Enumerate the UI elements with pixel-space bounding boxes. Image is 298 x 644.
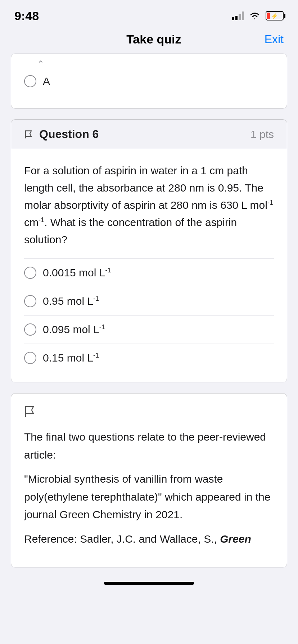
question-6-card: Question 6 1 pts For a solution of aspir… <box>11 119 287 382</box>
exit-button[interactable]: Exit <box>265 33 284 46</box>
radio-button-q6d[interactable] <box>24 352 36 364</box>
question-body: For a solution of aspirin in water in a … <box>11 149 287 382</box>
question-points: 1 pts <box>250 128 274 141</box>
question-text: For a solution of aspirin in water in a … <box>24 162 274 248</box>
option-q6a-text: 0.0015 mol L-1 <box>43 267 111 279</box>
radio-button-a[interactable] <box>24 75 36 87</box>
answer-options-list: 0.0015 mol L-1 0.95 mol L-1 0.095 mol L-… <box>24 258 274 372</box>
list-item[interactable]: 0.095 mol L-1 <box>24 316 274 344</box>
question-number: Question 6 <box>39 128 99 141</box>
info-card: The final two questions relate to the pe… <box>11 393 287 567</box>
nav-title: Take quiz <box>43 32 265 46</box>
info-paragraph-3: Reference: Sadler, J.C. and Wallace, S.,… <box>24 530 274 548</box>
info-paragraph-1: The final two questions relate to the pe… <box>24 428 274 464</box>
option-q6d-text: 0.15 mol L-1 <box>43 352 99 364</box>
radio-button-q6b[interactable] <box>24 295 36 307</box>
list-item[interactable]: 0.95 mol L-1 <box>24 287 274 316</box>
nav-bar: Take quiz Exit <box>0 29 298 54</box>
info-reference-text: Reference: Sadler, J.C. and Wallace, S., <box>24 533 217 545</box>
info-paragraph-2: "Microbial synthesis of vanillin from wa… <box>24 470 274 524</box>
list-item[interactable]: 0.0015 mol L-1 <box>24 259 274 287</box>
previous-options-list: A <box>24 67 274 95</box>
home-indicator <box>0 575 298 588</box>
battery-icon: ⚡ <box>266 11 284 20</box>
info-text: The final two questions relate to the pe… <box>24 428 274 548</box>
question-label: Question 6 <box>24 128 99 141</box>
list-item[interactable]: 0.15 mol L-1 <box>24 344 274 372</box>
option-label-a: A <box>43 75 50 87</box>
info-flag-icon <box>24 405 274 421</box>
status-bar: 9:48 ⚡ <box>0 0 298 29</box>
chevron-up-icon: ⌃ <box>37 59 44 69</box>
signal-icon <box>232 12 244 20</box>
radio-button-q6c[interactable] <box>24 323 36 336</box>
radio-button-q6a[interactable] <box>24 267 36 279</box>
option-q6b-text: 0.95 mol L-1 <box>43 295 99 307</box>
list-item[interactable]: A <box>24 67 274 95</box>
status-icons: ⚡ <box>232 11 284 20</box>
partial-chevron: ⌃ <box>24 61 274 67</box>
home-bar <box>104 582 194 585</box>
wifi-icon <box>249 12 261 20</box>
previous-question-card: ⌃ A <box>11 54 287 109</box>
info-journal-name: Green <box>220 533 251 545</box>
content-area: ⌃ A Question 6 1 pts For a solution of a… <box>0 54 298 567</box>
option-q6c-text: 0.095 mol L-1 <box>43 323 105 336</box>
question-flag-icon <box>24 129 34 139</box>
question-header: Question 6 1 pts <box>11 120 287 149</box>
status-time: 9:48 <box>14 9 39 23</box>
